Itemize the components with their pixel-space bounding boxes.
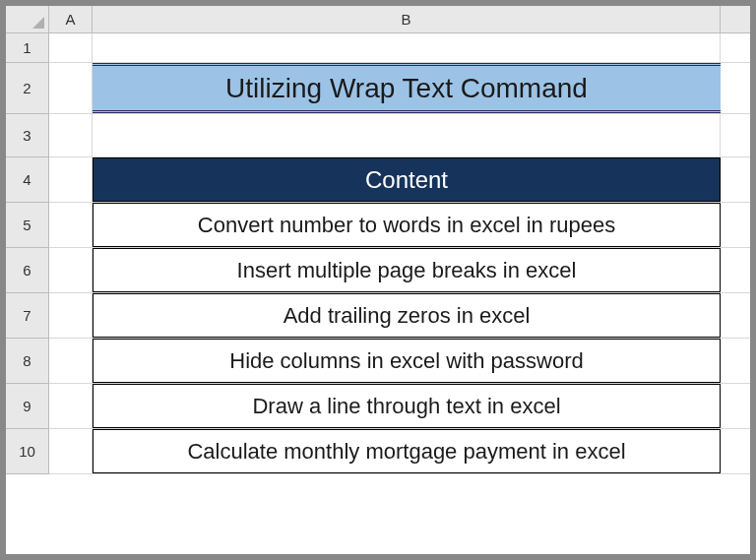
row-4: Content — [49, 157, 750, 203]
table-header-cell[interactable]: Content — [93, 157, 721, 202]
row-7: Add trailing zeros in excel — [49, 293, 750, 339]
row-header-1[interactable]: 1 — [6, 33, 48, 63]
row-header-8[interactable]: 8 — [6, 339, 48, 384]
cell-C7[interactable] — [721, 293, 750, 338]
cell-C6[interactable] — [721, 248, 750, 292]
cell-grid: Utilizing Wrap Text Command Content Conv… — [49, 33, 750, 474]
row-header-3[interactable]: 3 — [6, 114, 48, 157]
row-9: Draw a line through text in excel — [49, 384, 750, 429]
row-header-10[interactable]: 10 — [6, 429, 48, 474]
row-header-7[interactable]: 7 — [6, 293, 48, 339]
row-6: Insert multiple page breaks in excel — [49, 248, 750, 293]
cell-A6[interactable] — [49, 248, 93, 292]
select-all-corner[interactable] — [6, 6, 49, 33]
content-cell[interactable]: Hide columns in excel with password — [93, 339, 721, 383]
cell-A8[interactable] — [49, 339, 93, 383]
row-5: Convert number to words in excel in rupe… — [49, 203, 750, 248]
screenshot-frame: A B 1 2 3 4 5 6 7 8 9 10 Utilizing Wrap — [0, 0, 756, 560]
cell-A9[interactable] — [49, 384, 93, 428]
title-cell[interactable]: Utilizing Wrap Text Command — [93, 63, 721, 113]
row-header-2[interactable]: 2 — [6, 63, 48, 114]
content-cell[interactable]: Insert multiple page breaks in excel — [93, 248, 721, 292]
cell-C1[interactable] — [721, 33, 750, 62]
cell-A5[interactable] — [49, 203, 93, 247]
row-3 — [49, 114, 750, 157]
cell-A7[interactable] — [49, 293, 93, 338]
spreadsheet: A B 1 2 3 4 5 6 7 8 9 10 Utilizing Wrap — [6, 6, 750, 554]
row-header-6[interactable]: 6 — [6, 248, 48, 293]
row-headers: 1 2 3 4 5 6 7 8 9 10 — [6, 33, 49, 474]
cell-A10[interactable] — [49, 429, 93, 473]
row-1 — [49, 33, 750, 63]
cell-C8[interactable] — [721, 339, 750, 383]
content-cell[interactable]: Draw a line through text in excel — [93, 384, 721, 428]
cell-A3[interactable] — [49, 114, 93, 156]
column-header-A[interactable]: A — [49, 6, 93, 32]
cell-C2[interactable] — [721, 63, 750, 113]
cell-A2[interactable] — [49, 63, 93, 113]
cell-C10[interactable] — [721, 429, 750, 473]
row-2: Utilizing Wrap Text Command — [49, 63, 750, 114]
row-header-4[interactable]: 4 — [6, 157, 48, 203]
cell-C9[interactable] — [721, 384, 750, 428]
row-10: Calculate monthly mortgage payment in ex… — [49, 429, 750, 474]
content-cell[interactable]: Add trailing zeros in excel — [93, 293, 721, 338]
row-header-5[interactable]: 5 — [6, 203, 48, 248]
column-headers: A B — [49, 6, 750, 33]
cell-C4[interactable] — [721, 157, 750, 202]
cell-A1[interactable] — [49, 33, 93, 62]
cell-C3[interactable] — [721, 114, 750, 156]
cell-B1[interactable] — [93, 33, 721, 62]
column-header-next[interactable] — [721, 6, 750, 32]
column-header-B[interactable]: B — [93, 6, 721, 32]
cell-A4[interactable] — [49, 157, 93, 202]
cell-C5[interactable] — [721, 203, 750, 247]
row-8: Hide columns in excel with password — [49, 339, 750, 384]
content-cell[interactable]: Calculate monthly mortgage payment in ex… — [93, 429, 721, 473]
cell-B3[interactable] — [93, 114, 721, 156]
content-cell[interactable]: Convert number to words in excel in rupe… — [93, 203, 721, 247]
row-header-9[interactable]: 9 — [6, 384, 48, 429]
